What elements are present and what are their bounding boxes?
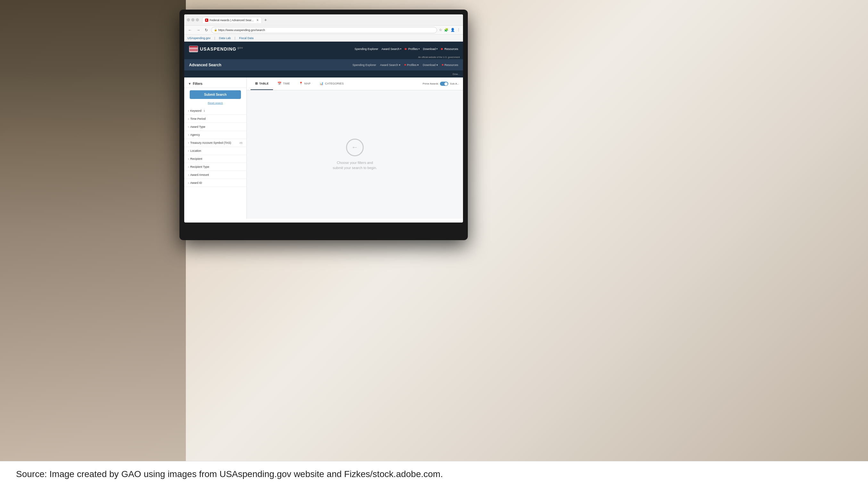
browser-tab-active[interactable]: 🏛 Federal Awards | Advanced Sear... ✕ <box>202 17 262 23</box>
empty-state-icon: ← <box>346 139 364 156</box>
filter-keyword[interactable]: › Keyword ℹ <box>184 107 246 115</box>
url-bar[interactable]: 🔒 https://www.usaspending.gov/search <box>211 27 437 33</box>
forward-button[interactable]: → <box>195 27 202 33</box>
results-area: ⊞ TABLE 📅 TIME 📍 MAP 📊 CATEGORIES <box>247 77 463 219</box>
filter-award-amount-label: Award Amount <box>190 173 209 176</box>
chart-icon: 📊 <box>319 82 323 85</box>
filter-recipient-type[interactable]: › Recipient Type <box>184 163 246 171</box>
lock-icon: 🔒 <box>214 29 217 31</box>
filter-recipient-label: Recipient <box>190 157 203 160</box>
tas-chevron: › <box>188 141 189 144</box>
filter-location-label: Location <box>190 149 201 153</box>
nav-download[interactable]: Download ▾ <box>423 47 438 51</box>
calendar-icon: 📅 <box>277 82 281 85</box>
page-nav-bar: Advanced Search Spending Explorer Award … <box>184 59 463 70</box>
profile-icon[interactable]: 👤 <box>451 28 455 32</box>
recipient-chevron: › <box>188 158 189 160</box>
browser-minimize-btn[interactable] <box>191 18 194 22</box>
page-nav-spending-explorer[interactable]: Spending Explorer <box>352 63 376 67</box>
prime-awards-switch[interactable] <box>440 82 448 86</box>
filter-tas[interactable]: › Treasury Account Symbol (TAS) 🗃 <box>184 139 246 147</box>
tas-db-icon: 🗃 <box>240 141 243 144</box>
nav-spending-explorer[interactable]: Spending Explorer <box>354 47 378 51</box>
header-nav: Spending Explorer Award Search ▾ Profile… <box>354 47 458 51</box>
monitor-frame: 🏛 Federal Awards | Advanced Sear... ✕ + … <box>180 10 468 240</box>
person-silhouette <box>0 0 186 461</box>
submit-search-button[interactable]: Submit Search <box>190 90 241 99</box>
tab-title: Federal Awards | Advanced Sear... <box>210 19 254 22</box>
sub-nav-bar: USAspending.gov | Data Lab | Fiscal Data <box>184 35 463 42</box>
browser-maximize-btn[interactable] <box>196 18 199 22</box>
recipient-type-chevron: › <box>188 166 189 168</box>
keyword-chevron: › <box>188 109 189 112</box>
reset-search-link[interactable]: Reset search <box>184 101 246 104</box>
filter-award-id-label: Award ID <box>190 181 202 185</box>
empty-state: ← Choose your filters andsubmit your sea… <box>247 90 463 219</box>
nav-profiles[interactable]: Profiles ▾ <box>405 47 420 51</box>
filter-recipient-type-label: Recipient Type <box>190 165 209 168</box>
tab-favicon: 🏛 <box>205 19 208 22</box>
extensions-icon[interactable]: 🧩 <box>444 28 448 32</box>
back-button[interactable]: ← <box>187 27 193 33</box>
empty-state-text: Choose your filters andsubmit your searc… <box>333 160 377 171</box>
nav-resources[interactable]: Resources <box>441 47 458 51</box>
url-text: https://www.usaspending.gov/search <box>218 29 265 32</box>
filter-icon: ▼ <box>188 82 191 86</box>
browser-chrome: 🏛 Federal Awards | Advanced Sear... ✕ + <box>184 14 463 26</box>
nav-award-search[interactable]: Award Search ▾ <box>382 47 401 51</box>
tab-categories[interactable]: 📊 CATEGORIES <box>315 77 348 90</box>
filter-keyword-label: Keyword <box>190 109 202 112</box>
table-icon: ⊞ <box>255 82 258 85</box>
page-nav-award-search[interactable]: Award Search ▾ <box>380 63 401 67</box>
download-label: Dow... <box>453 73 460 75</box>
browser-close-btn[interactable] <box>187 18 190 22</box>
filter-recipient[interactable]: › Recipient <box>184 155 246 163</box>
usa-header: USASPENDING.gov Spending Explorer Award … <box>184 42 463 56</box>
usa-flag-icon <box>189 46 198 52</box>
filter-agency[interactable]: › Agency <box>184 131 246 139</box>
bookmark-icon[interactable]: ☆ <box>439 28 442 32</box>
new-tab-button[interactable]: + <box>263 17 268 23</box>
page-nav-resources[interactable]: Resources <box>442 63 458 67</box>
award-amount-chevron: › <box>188 173 189 176</box>
sub-awards-label: Sub-A... <box>450 82 459 85</box>
tab-time[interactable]: 📅 TIME <box>273 77 294 90</box>
page-title: Advanced Search <box>189 63 221 67</box>
sub-nav-datalab[interactable]: Data Lab <box>219 36 231 40</box>
tab-time-label: TIME <box>283 82 290 85</box>
filter-award-type[interactable]: › Award Type <box>184 123 246 131</box>
tab-map[interactable]: 📍 MAP <box>294 77 315 90</box>
page-nav-download[interactable]: Download ▾ <box>423 63 438 67</box>
tab-close-btn[interactable]: ✕ <box>256 19 259 22</box>
filter-award-id[interactable]: › Award ID <box>184 179 246 187</box>
official-banner: An official website of the U.S. governme… <box>184 56 463 59</box>
award-id-chevron: › <box>188 182 189 185</box>
filter-award-amount[interactable]: › Award Amount <box>184 171 246 179</box>
filters-title: Filters <box>193 82 203 86</box>
tab-table[interactable]: ⊞ TABLE <box>251 77 273 90</box>
sub-nav-usaspending[interactable]: USAspending.gov <box>187 36 211 40</box>
map-pin-icon: 📍 <box>299 82 303 85</box>
time-period-chevron: › <box>188 118 189 120</box>
filters-sidebar: ▼ Filters Submit Search Reset search › K… <box>184 77 247 219</box>
location-chevron: › <box>188 150 189 153</box>
address-bar: ← → ↻ 🔒 https://www.usaspending.gov/sear… <box>184 26 463 35</box>
filter-agency-label: Agency <box>190 133 200 136</box>
tab-table-label: TABLE <box>259 82 269 85</box>
filter-time-period[interactable]: › Time Period <box>184 115 246 123</box>
main-content: ▼ Filters Submit Search Reset search › K… <box>184 77 463 219</box>
logo-text: USASPENDING.gov <box>200 46 243 52</box>
filter-award-type-label: Award Type <box>190 125 206 128</box>
sub-nav-fiscaldata[interactable]: Fiscal Data <box>239 36 253 40</box>
agency-chevron: › <box>188 133 189 136</box>
page-nav-profiles[interactable]: Profiles ▾ <box>404 63 419 67</box>
download-banner: Dow... <box>184 70 463 77</box>
menu-icon[interactable]: ⋮ <box>457 28 460 32</box>
filter-tas-label: Treasury Account Symbol (TAS) <box>190 141 231 144</box>
usa-logo[interactable]: USASPENDING.gov <box>189 46 243 52</box>
caption-text: Source: Image created by GAO using image… <box>16 469 443 479</box>
tab-map-label: MAP <box>304 82 311 85</box>
prime-awards-label: Prime Awards <box>423 82 438 85</box>
refresh-button[interactable]: ↻ <box>204 27 209 33</box>
filter-location[interactable]: › Location <box>184 147 246 155</box>
